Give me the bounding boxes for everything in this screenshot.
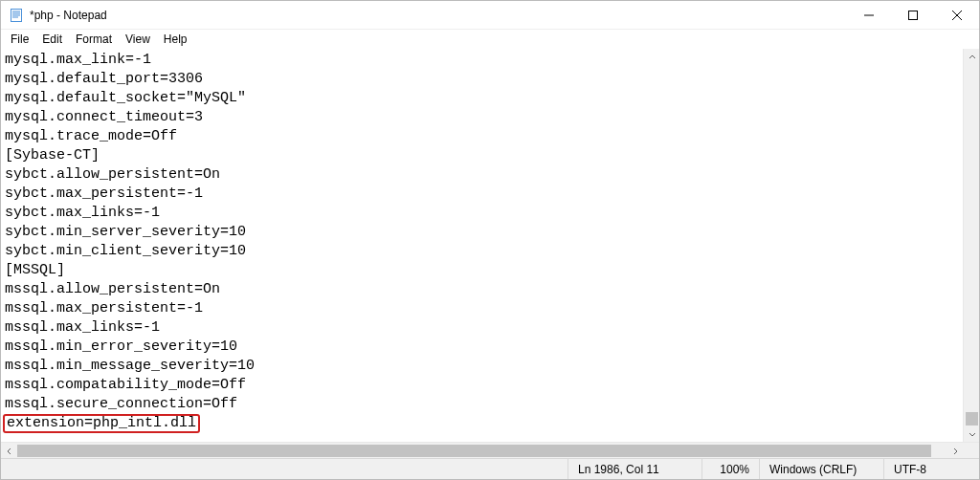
horizontal-scrollbar-row	[1, 442, 979, 458]
window-title: *php - Notepad	[30, 9, 107, 22]
status-line-col: Ln 1986, Col 11	[568, 459, 702, 479]
minimize-button[interactable]	[847, 1, 891, 29]
editor-line[interactable]: sybct.max_links=-1	[5, 204, 959, 223]
editor-line[interactable]: sybct.min_client_severity=10	[5, 242, 959, 261]
editor-line[interactable]: mysql.connect_timeout=3	[5, 108, 959, 127]
scroll-up-arrow[interactable]	[964, 49, 979, 65]
editor-line[interactable]: sybct.max_persistent=-1	[5, 185, 959, 204]
scroll-left-arrow[interactable]	[1, 443, 17, 459]
editor-area: mysql.max_link=-1mysql.default_port=3306…	[1, 49, 979, 442]
editor-line[interactable]: mssql.max_links=-1	[5, 318, 959, 338]
menu-edit[interactable]: Edit	[36, 32, 68, 47]
scroll-down-arrow[interactable]	[964, 425, 979, 442]
editor-line[interactable]: mssql.compatability_mode=Off	[5, 376, 959, 395]
editor-line[interactable]: mssql.min_error_severity=10	[5, 338, 959, 357]
editor-line[interactable]: mysql.default_socket="MySQL"	[5, 89, 959, 108]
menu-help[interactable]: Help	[158, 32, 193, 47]
highlighted-extension-line[interactable]: extension=php_intl.dll	[3, 414, 200, 433]
statusbar-spacer	[1, 459, 568, 479]
window-controls	[847, 1, 979, 29]
editor-line[interactable]: sybct.allow_persistent=On	[5, 165, 959, 185]
status-eol: Windows (CRLF)	[759, 459, 883, 479]
status-zoom: 100%	[702, 459, 759, 479]
titlebar[interactable]: *php - Notepad	[1, 1, 979, 30]
vertical-scroll-thumb[interactable]	[966, 412, 978, 425]
editor-line[interactable]: mssql.allow_persistent=On	[5, 280, 959, 299]
notepad-window: *php - Notepad File Edit Format View Hel…	[0, 0, 980, 480]
statusbar: Ln 1986, Col 11 100% Windows (CRLF) UTF-…	[1, 458, 979, 479]
editor-line[interactable]: mssql.secure_connection=Off	[5, 395, 959, 414]
horizontal-scrollbar[interactable]	[1, 443, 963, 458]
editor-line[interactable]: [MSSQL]	[5, 261, 959, 280]
horizontal-scroll-thumb[interactable]	[17, 445, 931, 457]
editor-line[interactable]: mysql.max_link=-1	[5, 51, 959, 70]
editor-line[interactable]: mssql.min_message_severity=10	[5, 357, 959, 376]
notepad-icon	[9, 8, 24, 23]
vertical-scrollbar[interactable]	[963, 49, 979, 442]
editor-line[interactable]: sybct.min_server_severity=10	[5, 223, 959, 242]
editor-line[interactable]: [Sybase-CT]	[5, 146, 959, 165]
maximize-button[interactable]	[891, 1, 935, 29]
text-editor[interactable]: mysql.max_link=-1mysql.default_port=3306…	[1, 49, 963, 442]
editor-line[interactable]: mysql.default_port=3306	[5, 70, 959, 89]
scroll-right-arrow[interactable]	[947, 443, 963, 459]
editor-line[interactable]: extension=php_intl.dll	[5, 414, 959, 433]
menu-view[interactable]: View	[120, 32, 156, 47]
close-button[interactable]	[935, 1, 979, 29]
editor-line[interactable]: mysql.trace_mode=Off	[5, 127, 959, 146]
editor-line[interactable]: mssql.max_persistent=-1	[5, 299, 959, 318]
scrollbar-corner	[963, 443, 979, 459]
menu-format[interactable]: Format	[70, 32, 118, 47]
menu-file[interactable]: File	[5, 32, 34, 47]
svg-rect-6	[909, 11, 918, 19]
status-encoding: UTF-8	[883, 459, 979, 479]
menubar: File Edit Format View Help	[1, 30, 979, 49]
